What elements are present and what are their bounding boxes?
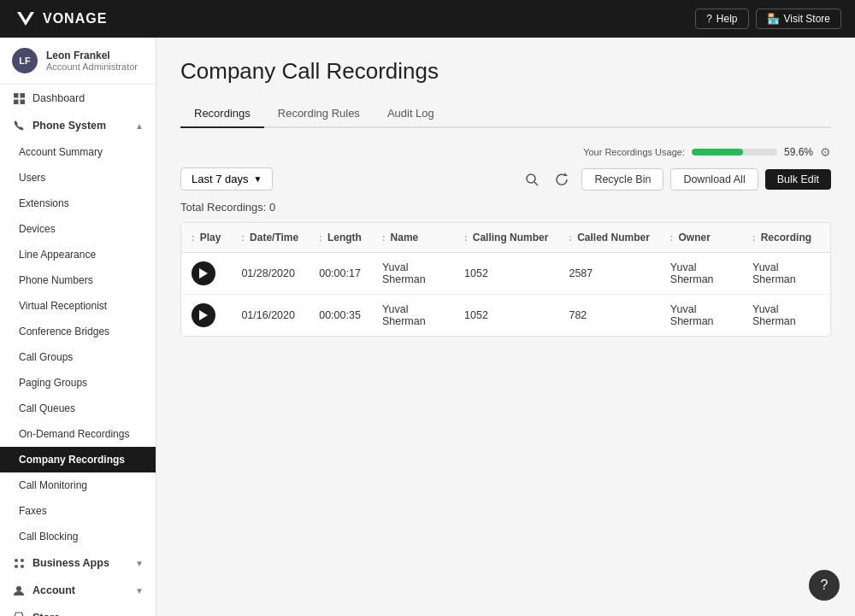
play-button-1[interactable] bbox=[192, 303, 215, 327]
vonage-logo-text: VONAGE bbox=[43, 11, 107, 26]
sidebar-item-users[interactable]: Users bbox=[0, 165, 156, 191]
cell-datetime-1: 01/16/2020 bbox=[231, 295, 309, 337]
sidebar-user: LF Leon Frankel Account Administrator bbox=[0, 38, 156, 85]
cell-called-number-0: 2587 bbox=[558, 253, 659, 295]
col-length[interactable]: : Length bbox=[309, 223, 372, 253]
store-icon: 🏪 bbox=[767, 13, 780, 25]
sidebar-item-conference-bridges[interactable]: Conference Bridges bbox=[0, 319, 156, 344]
col-play: : Play bbox=[181, 223, 231, 253]
account-icon bbox=[12, 584, 26, 597]
usage-fill bbox=[692, 149, 743, 155]
svg-point-17 bbox=[527, 174, 535, 183]
grid-icon bbox=[12, 91, 26, 105]
svg-point-8 bbox=[21, 565, 24, 568]
svg-marker-0 bbox=[17, 12, 34, 26]
top-navigation: VONAGE ? Help 🏪 Visit Store bbox=[0, 0, 855, 38]
cell-name-1: Yuval Sherman bbox=[372, 295, 454, 337]
sidebar-item-call-blocking[interactable]: Call Blocking bbox=[0, 524, 156, 549]
col-recording[interactable]: : Recording bbox=[742, 223, 830, 253]
cell-owner-0: Yuval Sherman bbox=[660, 253, 742, 295]
sidebar-item-call-monitoring[interactable]: Call Monitoring bbox=[0, 472, 156, 498]
recycle-bin-button[interactable]: Recycle Bin bbox=[581, 168, 663, 191]
svg-rect-2 bbox=[20, 93, 25, 98]
store-nav-icon bbox=[12, 611, 26, 616]
sidebar-item-company-recordings[interactable]: Company Recordings bbox=[0, 447, 156, 472]
dashboard-label: Dashboard bbox=[32, 92, 85, 104]
toolbar-left: Last 7 days ▼ bbox=[180, 167, 273, 191]
search-button[interactable] bbox=[520, 169, 544, 190]
sidebar-item-call-queues[interactable]: Call Queues bbox=[0, 396, 156, 421]
sidebar-item-on-demand-recordings[interactable]: On-Demand Recordings bbox=[0, 421, 156, 447]
tab-recordings[interactable]: Recordings bbox=[180, 100, 264, 128]
cell-calling-number-0: 1052 bbox=[454, 253, 558, 295]
svg-rect-3 bbox=[14, 99, 19, 104]
vonage-logo: VONAGE bbox=[14, 7, 107, 31]
cell-recording-1: Yuval Sherman bbox=[742, 295, 830, 337]
help-button[interactable]: ? Help bbox=[695, 9, 748, 29]
date-filter-dropdown[interactable]: Last 7 days ▼ bbox=[180, 167, 273, 191]
phone-icon bbox=[12, 119, 26, 132]
usage-percent: 59.6% bbox=[784, 146, 813, 158]
help-circle-button[interactable]: ? bbox=[809, 570, 840, 601]
sidebar-item-business-apps[interactable]: Business Apps ▼ bbox=[0, 549, 156, 577]
sidebar-item-devices[interactable]: Devices bbox=[0, 216, 156, 242]
cell-called-number-1: 782 bbox=[558, 295, 659, 337]
chevron-down-icon-3: ▼ bbox=[135, 613, 144, 617]
toolbar: Last 7 days ▼ Recycle Bin Download All bbox=[180, 167, 831, 191]
settings-icon[interactable]: ⚙ bbox=[820, 145, 831, 159]
col-called-number[interactable]: : Called Number bbox=[558, 223, 659, 253]
sidebar-item-store[interactable]: Store ▼ bbox=[0, 604, 156, 616]
cell-recording-0: Yuval Sherman bbox=[742, 253, 830, 295]
main-content: Company Call Recordings Recordings Recor… bbox=[156, 38, 855, 616]
svg-line-18 bbox=[534, 182, 538, 185]
usage-label: Your Recordings Usage: bbox=[583, 147, 685, 157]
sidebar-item-account-summary[interactable]: Account Summary bbox=[0, 139, 156, 165]
table-header-row: : Play : Date/Time : Length : bbox=[181, 223, 830, 253]
vonage-v-icon bbox=[14, 7, 38, 31]
download-all-button[interactable]: Download All bbox=[670, 168, 758, 191]
cell-calling-number-1: 1052 bbox=[454, 295, 558, 337]
phone-system-label: Phone System bbox=[32, 120, 106, 132]
sidebar-item-faxes[interactable]: Faxes bbox=[0, 498, 156, 524]
dropdown-chevron-icon: ▼ bbox=[254, 174, 262, 184]
page-title: Company Call Recordings bbox=[180, 58, 831, 85]
col-name[interactable]: : Name bbox=[372, 223, 454, 253]
cell-datetime-0: 01/28/2020 bbox=[231, 253, 309, 295]
visit-store-button[interactable]: 🏪 Visit Store bbox=[756, 9, 841, 29]
sidebar-item-paging-groups[interactable]: Paging Groups bbox=[0, 370, 156, 396]
apps-icon bbox=[12, 556, 26, 570]
top-nav-actions: ? Help 🏪 Visit Store bbox=[695, 9, 841, 29]
user-role: Account Administrator bbox=[46, 62, 138, 72]
cell-name-0: Yuval Sherman bbox=[372, 253, 454, 295]
col-datetime[interactable]: : Date/Time bbox=[231, 223, 309, 253]
sidebar-item-call-groups[interactable]: Call Groups bbox=[0, 344, 156, 370]
sidebar-item-extensions[interactable]: Extensions bbox=[0, 191, 156, 216]
svg-point-6 bbox=[21, 559, 24, 562]
sidebar-item-dashboard[interactable]: Dashboard bbox=[0, 85, 156, 112]
help-circle-icon: ? bbox=[821, 578, 828, 593]
col-calling-number[interactable]: : Calling Number bbox=[454, 223, 558, 253]
svg-point-5 bbox=[15, 559, 18, 562]
chevron-down-icon: ▼ bbox=[135, 559, 144, 568]
bulk-edit-button[interactable]: Bulk Edit bbox=[765, 169, 831, 190]
sidebar-item-virtual-receptionist[interactable]: Virtual Receptionist bbox=[0, 293, 156, 319]
cell-play-0 bbox=[181, 253, 231, 295]
sidebar-item-line-appearance[interactable]: Line Appearance bbox=[0, 242, 156, 267]
tab-audit-log[interactable]: Audit Log bbox=[374, 100, 448, 128]
tab-recording-rules[interactable]: Recording Rules bbox=[264, 100, 374, 128]
total-recordings-label: Total Recordings: 0 bbox=[180, 201, 831, 214]
avatar: LF bbox=[12, 48, 38, 73]
cell-length-0: 00:00:17 bbox=[309, 253, 372, 295]
play-button-0[interactable] bbox=[192, 261, 215, 285]
chevron-up-icon: ▲ bbox=[135, 121, 144, 131]
svg-marker-21 bbox=[199, 310, 208, 320]
refresh-button[interactable] bbox=[551, 169, 575, 190]
sidebar-item-phone-numbers[interactable]: Phone Numbers bbox=[0, 267, 156, 293]
sidebar-item-account[interactable]: Account ▼ bbox=[0, 577, 156, 604]
svg-point-9 bbox=[16, 586, 21, 591]
refresh-icon bbox=[556, 173, 569, 186]
sidebar-item-phone-system[interactable]: Phone System ▲ bbox=[0, 112, 156, 139]
recordings-table: : Play : Date/Time : Length : bbox=[180, 222, 831, 337]
cell-length-1: 00:00:35 bbox=[309, 295, 372, 337]
col-owner[interactable]: : Owner bbox=[660, 223, 742, 253]
